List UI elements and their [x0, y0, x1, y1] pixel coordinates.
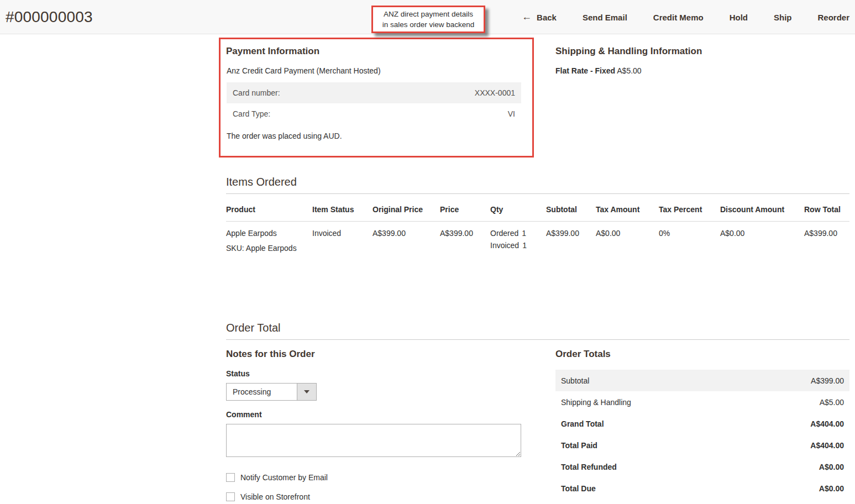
send-email-button[interactable]: Send Email	[583, 13, 627, 22]
col-header-qty: Qty	[490, 194, 546, 222]
totals-row-total-refunded: Total Refunded A$0.00	[555, 456, 849, 477]
notify-customer-label: Notify Customer by Email	[240, 473, 328, 482]
order-totals-title: Order Totals	[555, 349, 849, 360]
items-ordered-title: Items Ordered	[226, 176, 849, 194]
annotation-callout: ANZ direct payment details in sales orde…	[371, 6, 485, 33]
payment-row-card-type: Card Type: VI	[227, 103, 521, 124]
order-view-page: #000000003 ← Back Send Email Credit Memo…	[0, 0, 855, 504]
totals-subtotal-value: A$399.00	[811, 376, 844, 385]
shipping-method-name: Flat Rate - Fixed	[555, 66, 615, 75]
totals-grand-total-value: A$404.00	[810, 419, 844, 428]
notes-title: Notes for this Order	[226, 349, 521, 360]
visible-storefront-checkbox-row: Visible on Storefront	[226, 492, 521, 501]
qty-invoiced-label: Invoiced	[490, 241, 519, 250]
annotation-line-1: ANZ direct payment details	[375, 9, 481, 19]
item-qty-cell: Ordered1 Invoiced1	[490, 222, 546, 253]
totals-total-paid-label: Total Paid	[561, 441, 597, 450]
item-status-cell: Invoiced	[312, 222, 373, 253]
item-tax-percent-cell: 0%	[659, 222, 720, 253]
order-currency-note: The order was placed using AUD.	[226, 132, 527, 140]
status-select-value: Processing	[227, 387, 271, 396]
visible-storefront-checkbox[interactable]	[226, 492, 235, 501]
col-header-price: Price	[440, 194, 490, 222]
item-original-price-cell: A$399.00	[373, 222, 440, 253]
totals-row-total-paid: Total Paid A$404.00	[555, 434, 849, 456]
items-ordered-section: Items Ordered Product Item Status Origin…	[226, 176, 849, 253]
credit-memo-button[interactable]: Credit Memo	[653, 13, 704, 22]
caret-down-icon	[304, 390, 310, 393]
card-type-label: Card Type:	[233, 109, 270, 118]
item-subtotal-cell: A$399.00	[546, 222, 596, 253]
payment-method-name: Anz Credit Card Payment (Merchant Hosted…	[226, 66, 527, 75]
payment-details-table: Card number: XXXX-0001 Card Type: VI	[227, 82, 521, 124]
totals-row-subtotal: Subtotal A$399.00	[555, 370, 849, 391]
totals-total-due-label: Total Due	[561, 484, 596, 493]
comment-field-label: Comment	[226, 410, 521, 419]
status-field-label: Status	[226, 369, 521, 378]
page-actions-toolbar: ← Back Send Email Credit Memo Hold Ship …	[522, 0, 849, 34]
totals-row-shipping: Shipping & Handling A$5.00	[555, 391, 849, 413]
item-price-cell: A$399.00	[440, 222, 490, 253]
col-header-tax-amount: Tax Amount	[596, 194, 659, 222]
shipping-method-line: Flat Rate - Fixed A$5.00	[555, 66, 849, 75]
col-header-subtotal: Subtotal	[546, 194, 596, 222]
item-product-cell: Apple Earpods SKU: Apple Earpods	[226, 222, 312, 253]
qty-ordered-value: 1	[522, 229, 526, 238]
qty-invoiced-value: 1	[522, 241, 527, 250]
payment-information-panel: Payment Information Anz Credit Card Paym…	[219, 38, 534, 158]
hold-button[interactable]: Hold	[730, 13, 748, 22]
order-notes-panel: Notes for this Order Status Processing C…	[226, 349, 521, 501]
order-totals-table: Subtotal A$399.00 Shipping & Handling A$…	[555, 370, 849, 499]
notify-customer-checkbox-row: Notify Customer by Email	[226, 473, 521, 482]
col-header-discount-amount: Discount Amount	[720, 194, 804, 222]
visible-storefront-label: Visible on Storefront	[240, 492, 310, 501]
col-header-original-price: Original Price	[373, 194, 440, 222]
items-table-header-row: Product Item Status Original Price Price…	[226, 194, 849, 222]
credit-memo-button-label: Credit Memo	[653, 13, 704, 22]
totals-grand-total-label: Grand Total	[561, 419, 604, 428]
card-type-value: VI	[508, 109, 515, 118]
page-title: #000000003	[6, 0, 93, 34]
totals-shipping-label: Shipping & Handling	[561, 398, 631, 407]
item-row: Apple Earpods SKU: Apple Earpods Invoice…	[226, 222, 849, 253]
totals-shipping-value: A$5.00	[820, 398, 844, 407]
notify-customer-checkbox[interactable]	[226, 473, 235, 482]
col-header-row-total: Row Total	[804, 194, 849, 222]
status-select-caret-button[interactable]	[297, 384, 316, 400]
item-product-name: Apple Earpods	[226, 229, 309, 238]
col-header-tax-percent: Tax Percent	[659, 194, 720, 222]
card-number-label: Card number:	[233, 88, 280, 97]
payment-row-card-number: Card number: XXXX-0001	[227, 82, 521, 103]
totals-total-due-value: A$0.00	[819, 484, 844, 493]
qty-invoiced-line: Invoiced1	[490, 241, 543, 250]
comment-textarea[interactable]	[226, 424, 521, 457]
back-button[interactable]: ← Back	[522, 12, 557, 22]
ship-button-label: Ship	[774, 13, 792, 22]
reorder-button[interactable]: Reorder	[817, 13, 849, 22]
item-discount-amount-cell: A$0.00	[720, 222, 804, 253]
col-header-product: Product	[226, 194, 312, 222]
reorder-button-label: Reorder	[817, 13, 849, 22]
back-button-label: Back	[537, 13, 557, 22]
shipping-information-panel: Shipping & Handling Information Flat Rat…	[555, 46, 849, 75]
qty-ordered-line: Ordered1	[490, 229, 543, 238]
qty-ordered-label: Ordered	[490, 229, 518, 238]
shipping-information-title: Shipping & Handling Information	[555, 46, 849, 57]
order-total-section: Order Total	[226, 322, 849, 340]
hold-button-label: Hold	[730, 13, 748, 22]
payment-information-title: Payment Information	[226, 46, 527, 57]
shipping-method-price: A$5.00	[617, 66, 641, 75]
totals-total-refunded-value: A$0.00	[819, 463, 844, 471]
order-totals-panel: Order Totals Subtotal A$399.00 Shipping …	[555, 349, 849, 499]
item-tax-amount-cell: A$0.00	[596, 222, 659, 253]
totals-row-total-due: Total Due A$0.00	[555, 477, 849, 499]
annotation-line-2: in sales order view backend	[375, 19, 481, 30]
card-number-value: XXXX-0001	[475, 88, 515, 97]
item-product-sku: SKU: Apple Earpods	[226, 244, 309, 253]
col-header-item-status: Item Status	[312, 194, 373, 222]
status-select[interactable]: Processing	[226, 383, 317, 401]
ship-button[interactable]: Ship	[774, 13, 792, 22]
order-total-title: Order Total	[226, 322, 849, 340]
totals-total-paid-value: A$404.00	[810, 441, 844, 450]
totals-total-refunded-label: Total Refunded	[561, 463, 617, 471]
